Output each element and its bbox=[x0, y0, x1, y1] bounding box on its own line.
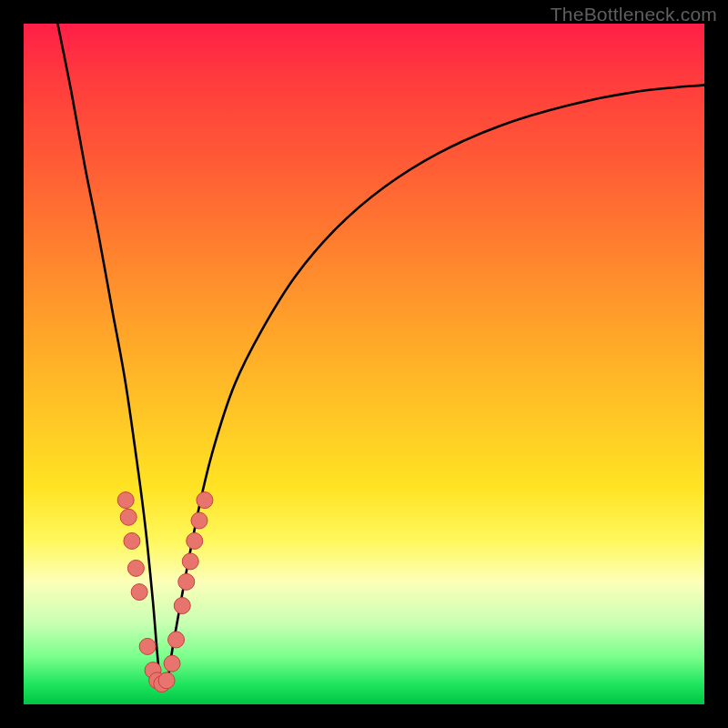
data-marker bbox=[117, 492, 134, 509]
data-marker bbox=[164, 655, 180, 672]
data-marker bbox=[124, 532, 140, 549]
data-marker bbox=[174, 598, 190, 614]
plot-area bbox=[24, 24, 704, 704]
chart-svg bbox=[24, 24, 704, 704]
data-marker bbox=[197, 492, 213, 509]
data-marker bbox=[187, 532, 203, 549]
data-marker bbox=[158, 672, 175, 689]
data-marker bbox=[182, 553, 198, 570]
data-marker bbox=[131, 584, 147, 601]
data-marker bbox=[191, 512, 207, 529]
data-marker bbox=[168, 632, 185, 648]
data-marker bbox=[139, 638, 156, 654]
data-marker bbox=[127, 560, 144, 576]
watermark-text: TheBottleneck.com bbox=[551, 4, 717, 25]
marker-layer bbox=[117, 492, 213, 693]
chart-stage: TheBottleneck.com bbox=[0, 0, 728, 728]
data-marker bbox=[120, 509, 136, 525]
bottleneck-curve bbox=[57, 24, 704, 688]
data-marker bbox=[178, 573, 195, 590]
